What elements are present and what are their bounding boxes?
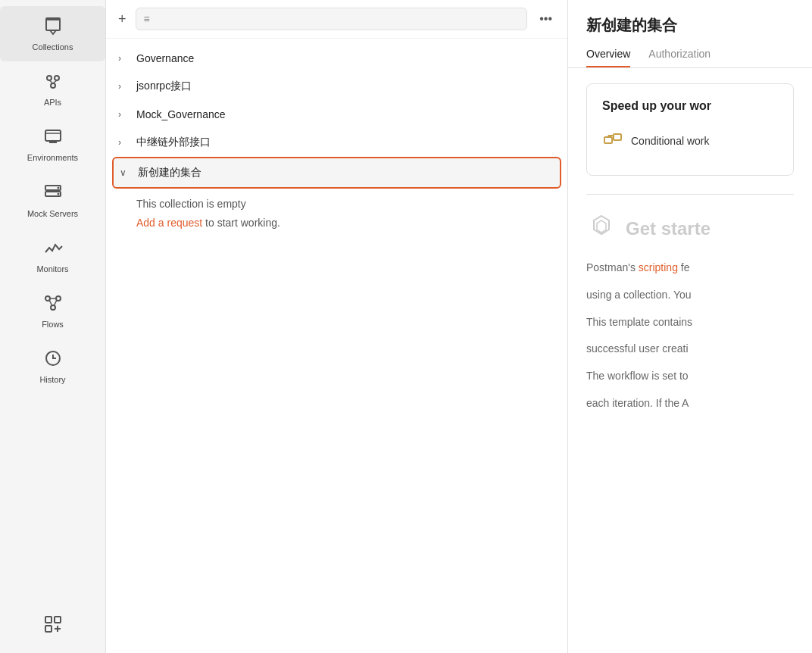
scripting-link[interactable]: scripting: [639, 261, 678, 273]
sidebar-item-flows[interactable]: Flows: [0, 283, 105, 339]
svg-line-20: [54, 300, 57, 306]
environments-icon: [42, 126, 64, 150]
get-started-paragraph-6: each iteration. If the A: [586, 395, 794, 413]
list-item[interactable]: › Governance: [106, 45, 567, 72]
collections-icon: [42, 15, 64, 39]
collection-name: 中继链外部接口: [136, 136, 211, 149]
add-request-link[interactable]: Add a request: [136, 217, 202, 229]
list-item[interactable]: › 中继链外部接口: [106, 128, 567, 157]
right-header: 新创建的集合 Overview Authorization: [568, 0, 812, 68]
collection-name: Mock_Governance: [136, 108, 226, 120]
svg-point-13: [57, 186, 59, 189]
get-started-paragraph-5: The workflow is set to: [586, 367, 794, 386]
svg-point-17: [51, 305, 55, 310]
conditional-work-icon: [602, 128, 623, 154]
apis-icon: [42, 70, 64, 95]
selected-collection-item[interactable]: ∨ 新创建的集合: [112, 157, 561, 189]
list-item[interactable]: › jsonrpc接口: [106, 72, 567, 101]
conditional-work-text: Conditional work: [631, 135, 710, 147]
svg-point-4: [51, 83, 55, 88]
history-icon: [42, 348, 64, 372]
empty-state-suffix: to start working.: [202, 217, 280, 229]
sidebar-item-collections-label: Collections: [33, 42, 73, 52]
sidebar-item-monitors[interactable]: Monitors: [0, 228, 105, 283]
svg-point-14: [57, 192, 59, 195]
chevron-down-icon: ∨: [120, 167, 132, 178]
get-started-paragraph-1: Postman's scripting fe: [586, 259, 794, 277]
mock-servers-icon: [42, 182, 64, 206]
search-box[interactable]: ≡: [136, 8, 528, 30]
chevron-right-icon: ›: [118, 53, 130, 64]
monitors-icon: [42, 237, 64, 261]
speed-card-title: Speed up your wor: [602, 99, 778, 113]
empty-state: This collection is empty Add a request t…: [106, 189, 567, 239]
grid-plus-icon: [42, 614, 64, 638]
svg-rect-27: [604, 137, 612, 143]
sidebar-item-history-label: History: [39, 375, 65, 385]
get-started-title: Get starte: [626, 218, 710, 239]
list-item[interactable]: › Mock_Governance: [106, 101, 567, 128]
sidebar-item-flows-label: Flows: [42, 320, 64, 330]
svg-point-2: [47, 76, 52, 80]
chevron-right-icon: ›: [118, 137, 130, 148]
sidebar-item-environments-label: Environments: [27, 153, 78, 163]
more-options-button[interactable]: •••: [533, 9, 558, 29]
tab-overview[interactable]: Overview: [586, 48, 630, 67]
middle-panel: + ≡ ••• › Governance › jsonrpc接口 › Mock_…: [106, 0, 568, 653]
sidebar-item-monitors-label: Monitors: [36, 264, 68, 274]
get-started-paragraph-3: This template contains: [586, 314, 794, 332]
right-panel: 新创建的集合 Overview Authorization Speed up y…: [568, 0, 812, 653]
svg-line-19: [49, 300, 52, 306]
get-started-section: Get starte Postman's scripting fe using …: [586, 194, 794, 413]
page-title: 新创建的集合: [586, 15, 794, 36]
sidebar-item-mock-servers-label: Mock Servers: [27, 209, 78, 219]
right-tabs: Overview Authorization: [586, 48, 794, 67]
svg-line-6: [53, 80, 57, 83]
speed-card: Speed up your wor Conditional work: [586, 83, 794, 176]
sidebar: Collections APIs Environments: [0, 0, 106, 653]
svg-rect-7: [45, 130, 61, 141]
sidebar-item-more[interactable]: [36, 605, 70, 647]
sidebar-item-apis-label: APIs: [44, 98, 61, 108]
flows-icon: [42, 292, 64, 317]
add-button[interactable]: +: [115, 8, 130, 30]
collection-name: jsonrpc接口: [136, 80, 192, 93]
conditional-work-item[interactable]: Conditional work: [602, 122, 778, 160]
svg-line-5: [49, 80, 53, 83]
collection-name: Governance: [136, 52, 194, 64]
postman-logo-icon: [586, 210, 617, 247]
chevron-right-icon: ›: [118, 109, 130, 120]
get-started-header: Get starte: [586, 210, 794, 247]
sidebar-item-collections[interactable]: Collections: [0, 6, 105, 61]
chevron-right-icon: ›: [118, 81, 130, 92]
svg-rect-28: [614, 134, 621, 140]
svg-rect-22: [45, 617, 52, 623]
sidebar-item-mock-servers[interactable]: Mock Servers: [0, 173, 105, 228]
right-content: Speed up your wor Conditional work: [568, 68, 812, 653]
filter-icon: ≡: [144, 13, 150, 25]
get-started-paragraph-4: successful user creati: [586, 340, 794, 358]
sidebar-item-environments[interactable]: Environments: [0, 117, 105, 172]
sidebar-item-apis[interactable]: APIs: [0, 61, 105, 117]
collection-name: 新创建的集合: [138, 166, 201, 180]
collection-list: › Governance › jsonrpc接口 › Mock_Governan…: [106, 39, 567, 653]
sidebar-item-history[interactable]: History: [0, 339, 105, 394]
svg-rect-24: [45, 626, 52, 632]
toolbar: + ≡ •••: [106, 0, 567, 39]
empty-state-text: This collection is empty: [136, 198, 246, 210]
tab-authorization[interactable]: Authorization: [648, 48, 710, 67]
svg-point-3: [55, 76, 59, 80]
svg-rect-23: [55, 617, 61, 623]
get-started-paragraph-2: using a collection. You: [586, 286, 794, 305]
